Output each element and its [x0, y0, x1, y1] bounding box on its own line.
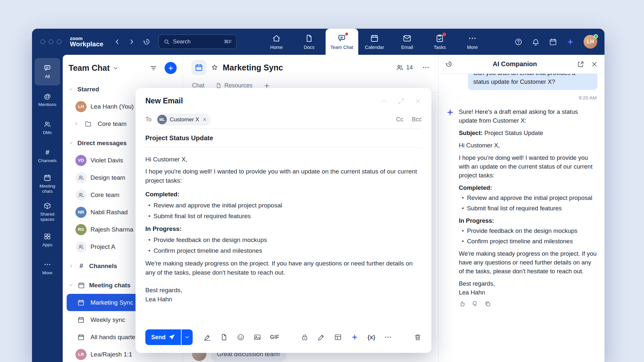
bcc-button[interactable]: Bcc	[412, 116, 422, 123]
draw-button[interactable]	[317, 333, 325, 341]
hash-icon: #	[45, 148, 49, 156]
back-button[interactable]	[113, 38, 121, 46]
code-icon: {x}	[367, 334, 375, 341]
window-zoom-button[interactable]	[57, 39, 61, 44]
caret-right-icon	[69, 264, 73, 268]
image-icon	[253, 333, 261, 341]
global-search[interactable]: ⌘F	[158, 35, 237, 49]
pop-out-button[interactable]	[577, 61, 584, 68]
channel-title: Marketing Sync	[223, 63, 283, 72]
nav-home[interactable]: Home	[260, 29, 293, 55]
completed-list: Review and approve the initial project p…	[145, 201, 422, 221]
caret-right-icon	[74, 121, 79, 126]
people-icon	[43, 120, 51, 128]
meeting-chat-icon	[77, 282, 85, 289]
open-in-window-icon	[577, 61, 584, 68]
subject-field[interactable]: Project Status Update	[145, 129, 422, 148]
encrypt-button[interactable]	[301, 333, 309, 341]
insert-table-button[interactable]	[334, 333, 342, 341]
sidebar-title: Team Chat	[69, 63, 110, 73]
left-rail: All @ Mentions DMs # Channels Meeting ch…	[32, 55, 63, 362]
chevron-down-icon[interactable]	[112, 65, 119, 71]
thumbs-up-button[interactable]	[459, 300, 466, 307]
search-shortcut: ⌘F	[224, 39, 232, 45]
more-icon	[422, 64, 430, 71]
star-channel-button[interactable]	[211, 64, 218, 71]
nav-tasks[interactable]: Tasks	[424, 29, 456, 55]
expand-button[interactable]	[397, 98, 405, 105]
rail-mentions[interactable]: @ Mentions	[35, 86, 60, 113]
avatar: LH	[75, 101, 87, 112]
bell-icon	[532, 38, 540, 46]
nav-docs[interactable]: Docs	[293, 29, 326, 55]
window-close-button[interactable]	[40, 39, 45, 44]
channel-avatar	[191, 60, 206, 75]
minimize-button[interactable]	[380, 98, 388, 105]
rail-meeting-chats[interactable]: Meeting chats	[35, 170, 60, 198]
nav-more[interactable]: More	[456, 29, 489, 55]
history-icon	[445, 60, 453, 68]
new-chat-button[interactable]	[165, 62, 177, 74]
rail-apps[interactable]: Apps	[35, 226, 60, 254]
nav-calendar[interactable]: Calendar	[358, 29, 391, 55]
send-button[interactable]: Send	[145, 329, 181, 345]
conversation-history-button[interactable]	[445, 60, 453, 68]
rail-dms[interactable]: DMs	[35, 114, 60, 142]
nav-email[interactable]: Email	[391, 29, 424, 55]
insert-image-button[interactable]	[253, 333, 261, 341]
remove-recipient-icon[interactable]	[202, 117, 207, 122]
send-icon	[169, 334, 175, 340]
nav-team-chat[interactable]: Team Chat	[326, 29, 358, 55]
thumbs-down-button[interactable]	[472, 300, 478, 307]
member-count: 14	[406, 64, 413, 71]
search-input[interactable]	[173, 38, 221, 45]
modal-title: New Email	[145, 97, 183, 105]
close-modal-button[interactable]	[414, 98, 422, 105]
home-icon	[272, 34, 281, 43]
filter-button[interactable]	[150, 64, 157, 72]
notification-dot	[443, 33, 446, 36]
email-icon	[403, 34, 411, 43]
search-icon	[163, 38, 170, 45]
group-avatar-icon	[75, 241, 87, 252]
rail-shared-spaces[interactable]: Shared spaces	[35, 198, 60, 226]
email-body[interactable]: Hi Customer X, I hope you're doing well!…	[145, 148, 422, 325]
members-button[interactable]: 14	[396, 64, 413, 71]
send-options-button[interactable]	[182, 329, 193, 345]
code-snippet-button[interactable]: {x}	[367, 334, 375, 341]
rail-channels[interactable]: # Channels	[35, 142, 60, 170]
user-avatar[interactable]: LH	[584, 35, 597, 49]
channel-more-button[interactable]	[422, 64, 430, 71]
close-panel-button[interactable]	[591, 61, 598, 68]
ai-response: Sure! Here's a draft email asking for a …	[446, 107, 597, 307]
recipient-chip[interactable]: ML Customer X	[156, 113, 211, 126]
ai-companion-button[interactable]	[566, 38, 574, 46]
lock-icon	[301, 333, 309, 341]
gif-button[interactable]: GIF	[270, 334, 279, 340]
template-button[interactable]	[220, 333, 228, 341]
cc-button[interactable]: Cc	[396, 116, 403, 123]
ai-panel-title: AI Companion	[453, 60, 577, 68]
toolbar-more-button[interactable]	[384, 333, 392, 341]
history-button[interactable]	[143, 38, 151, 46]
ai-compose-button[interactable]	[351, 333, 359, 341]
forward-button[interactable]	[128, 38, 136, 46]
help-button[interactable]	[514, 38, 523, 46]
copy-button[interactable]	[484, 300, 491, 307]
rail-all[interactable]: All	[35, 58, 60, 85]
window-minimize-button[interactable]	[49, 39, 53, 44]
copy-icon	[484, 300, 491, 307]
discard-draft-button[interactable]	[414, 333, 422, 341]
trash-icon	[414, 333, 422, 341]
online-status-dot	[594, 34, 598, 38]
table-icon	[334, 333, 342, 341]
notifications-button[interactable]	[532, 38, 540, 46]
rail-more[interactable]: More	[35, 254, 60, 282]
upcoming-meetings-button[interactable]	[549, 38, 557, 46]
inprogress-list: Provide feedback on the design mockups C…	[145, 235, 422, 255]
signature-button[interactable]	[203, 333, 211, 341]
document-icon	[220, 333, 228, 341]
folder-icon	[83, 120, 94, 128]
people-icon	[396, 64, 404, 71]
emoji-button[interactable]	[237, 333, 245, 341]
